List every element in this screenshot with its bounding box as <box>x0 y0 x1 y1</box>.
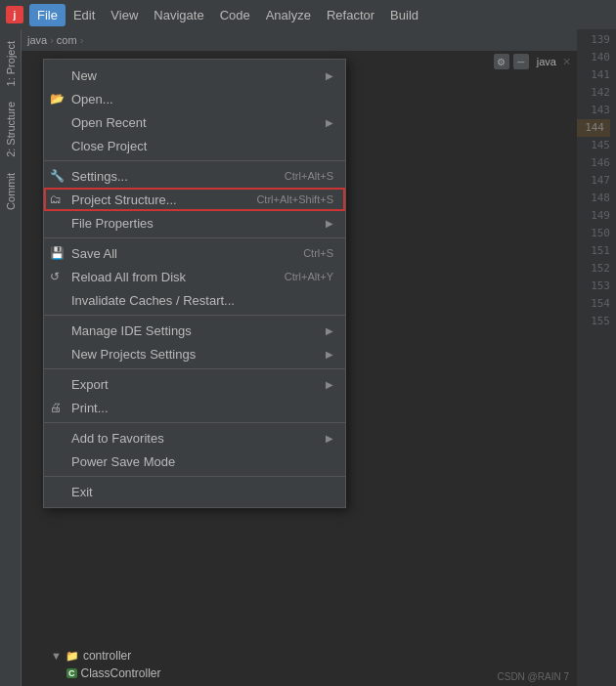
wrench-icon: 🔧 <box>50 169 65 183</box>
line-number-139: 139 <box>591 31 610 49</box>
menu-item-open-recent[interactable]: Open Recent ▶ <box>44 110 345 134</box>
breadcrumb-sep-2: › <box>80 34 84 46</box>
line-number-147: 147 <box>591 172 610 190</box>
menu-item-add-favorites[interactable]: Add to Favorites ▶ <box>44 426 345 450</box>
menu-item-save-all[interactable]: 💾 Save All Ctrl+S <box>44 241 345 265</box>
menu-item-export[interactable]: Export ▶ <box>44 372 345 396</box>
menu-item-exit[interactable]: Exit <box>44 480 345 503</box>
menu-item-project-structure-label: Project Structure... <box>71 193 237 207</box>
sidebar-tabs: 1: Project 2: Structure Commit <box>0 29 22 686</box>
menu-item-invalidate[interactable]: Invalidate Caches / Restart... <box>44 288 345 312</box>
gear-button[interactable]: ⚙ <box>494 54 509 69</box>
menu-item-open-recent-label: Open Recent <box>71 115 318 130</box>
folder-icon: 📁 <box>66 650 79 663</box>
separator-2 <box>44 237 345 238</box>
menu-item-new-project-settings-arrow: ▶ <box>326 349 333 360</box>
line-numbers: 1391401411421431441451461471481491501511… <box>577 29 616 686</box>
menu-build[interactable]: Build <box>382 4 426 26</box>
line-number-141: 141 <box>591 66 610 84</box>
menu-view[interactable]: View <box>103 4 146 26</box>
menu-code[interactable]: Code <box>212 4 258 26</box>
line-number-155: 155 <box>591 313 610 330</box>
line-number-140: 140 <box>591 49 610 66</box>
menu-refactor[interactable]: Refactor <box>319 4 382 26</box>
line-number-143: 143 <box>591 102 610 119</box>
menu-item-manage-ide-label: Manage IDE Settings <box>71 323 318 338</box>
menu-item-add-favorites-arrow: ▶ <box>326 433 333 444</box>
menu-item-new-project-settings[interactable]: New Projects Settings ▶ <box>44 342 345 365</box>
line-number-150: 150 <box>591 225 610 242</box>
menu-item-open-recent-arrow: ▶ <box>326 117 333 128</box>
menu-item-power-save-label: Power Save Mode <box>71 454 333 469</box>
line-number-142: 142 <box>591 84 610 102</box>
menu-item-new-label: New <box>71 68 318 83</box>
menu-item-open-label: Open... <box>71 92 333 107</box>
menu-item-export-arrow: ▶ <box>326 379 333 390</box>
sidebar-tab-commit[interactable]: Commit <box>2 165 20 218</box>
menu-file[interactable]: File <box>29 4 66 26</box>
separator-3 <box>44 315 345 316</box>
sidebar-tab-project[interactable]: 1: Project <box>2 33 20 94</box>
menu-item-settings-shortcut: Ctrl+Alt+S <box>285 170 333 182</box>
triangle-icon: ▼ <box>51 650 62 662</box>
menu-item-power-save[interactable]: Power Save Mode <box>44 450 345 473</box>
menu-item-export-label: Export <box>71 377 318 392</box>
save-icon: 💾 <box>50 246 65 260</box>
menu-item-file-properties-label: File Properties <box>71 216 318 231</box>
line-number-152: 152 <box>591 260 610 278</box>
menu-item-invalidate-label: Invalidate Caches / Restart... <box>71 293 333 308</box>
menu-item-print[interactable]: 🖨 Print... <box>44 396 345 419</box>
menu-item-close-project[interactable]: Close Project <box>44 134 345 157</box>
main-layout: 1: Project 2: Structure Commit java › co… <box>0 29 616 686</box>
menu-item-reload[interactable]: ↺ Reload All from Disk Ctrl+Alt+Y <box>44 265 345 288</box>
content-area: java › com › ⚙ ─ java ✕ New ▶ 📂 Open... <box>22 29 616 686</box>
menu-item-new[interactable]: New ▶ <box>44 64 345 87</box>
tab-close[interactable]: ✕ <box>562 56 571 68</box>
menu-item-file-properties[interactable]: File Properties ▶ <box>44 211 345 235</box>
menu-analyze[interactable]: Analyze <box>258 4 319 26</box>
line-number-153: 153 <box>591 278 610 295</box>
menu-item-project-structure-shortcut: Ctrl+Alt+Shift+S <box>256 193 333 205</box>
menu-item-settings[interactable]: 🔧 Settings... Ctrl+Alt+S <box>44 164 345 188</box>
separator-5 <box>44 422 345 423</box>
menu-item-close-label: Close Project <box>71 139 333 153</box>
tree-item-class: C ClassController <box>51 665 569 682</box>
menu-edit[interactable]: Edit <box>66 4 103 26</box>
breadcrumb-com: com <box>57 34 77 46</box>
minimize-button[interactable]: ─ <box>513 54 529 69</box>
svg-text:j: j <box>13 10 17 21</box>
folder-open-icon: 📂 <box>50 92 65 106</box>
menu-item-exit-label: Exit <box>71 485 333 499</box>
breadcrumb-sep-1: › <box>50 34 54 46</box>
tab-label: java <box>537 56 556 67</box>
menu-item-reload-shortcut: Ctrl+Alt+Y <box>285 271 333 282</box>
menu-item-add-favorites-label: Add to Favorites <box>71 431 318 446</box>
line-number-145: 145 <box>591 137 610 154</box>
line-number-149: 149 <box>591 207 610 225</box>
menu-item-new-project-settings-label: New Projects Settings <box>71 347 318 362</box>
line-number-154: 154 <box>591 295 610 313</box>
menu-item-manage-ide[interactable]: Manage IDE Settings ▶ <box>44 319 345 342</box>
breadcrumb-java: java <box>27 34 47 46</box>
menu-item-new-arrow: ▶ <box>326 70 333 81</box>
menu-item-save-all-shortcut: Ctrl+S <box>303 247 333 259</box>
menu-navigate[interactable]: Navigate <box>146 4 211 26</box>
menu-item-open[interactable]: 📂 Open... <box>44 87 345 110</box>
menu-item-print-label: Print... <box>71 401 333 415</box>
watermark: CSDN @RAIN 7 <box>498 671 570 682</box>
menu-item-project-structure[interactable]: 🗂 Project Structure... Ctrl+Alt+Shift+S <box>44 188 345 211</box>
class-icon: C <box>66 668 77 678</box>
menu-item-file-properties-arrow: ▶ <box>326 218 333 229</box>
tree-file-label: ClassController <box>81 666 161 680</box>
project-structure-icon: 🗂 <box>50 193 62 206</box>
breadcrumb: java › com › <box>22 29 577 51</box>
sidebar-tab-structure[interactable]: 2: Structure <box>2 94 20 165</box>
reload-icon: ↺ <box>50 270 60 283</box>
tree-item-controller: ▼ 📁 controller <box>51 647 569 665</box>
menu-item-reload-label: Reload All from Disk <box>71 270 265 284</box>
menu-item-manage-ide-arrow: ▶ <box>326 325 333 336</box>
toolbar: ⚙ ─ java ✕ <box>488 51 577 72</box>
separator-4 <box>44 368 345 369</box>
print-icon: 🖨 <box>50 401 62 414</box>
app-logo: j <box>4 4 25 25</box>
